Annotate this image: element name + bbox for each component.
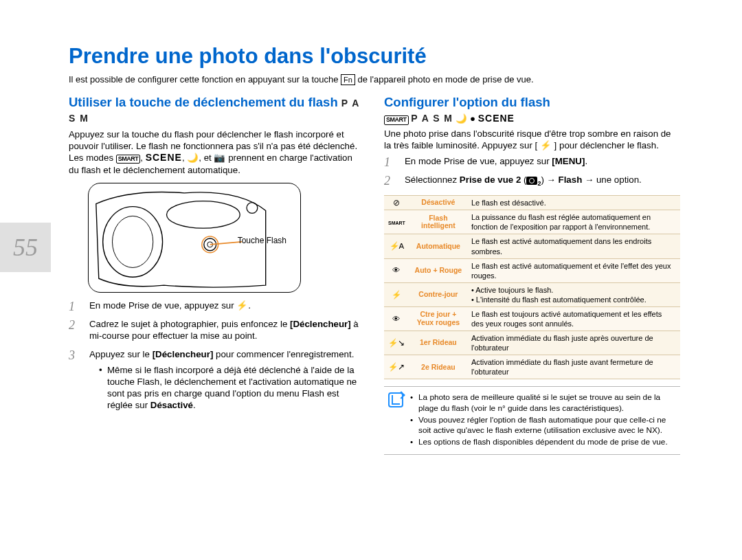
scene-label: SCENE [146, 152, 182, 163]
page-title: Prendre une photo dans l'obscurité [69, 43, 680, 70]
flash-options-table: ⊘DésactivéLe flash est désactivé.SMARTFl… [384, 195, 680, 380]
option-desc: Le flash est activé automatiquement dans… [467, 234, 680, 258]
left-step-1: En mode Prise de vue, appuyez sur ⚡. [87, 300, 365, 311]
table-row: ⚡Contre-jour• Active toujours le flash.•… [384, 282, 680, 306]
right-heading: Configurer l'option du flash [384, 95, 680, 110]
option-icon: ⚡ [384, 282, 409, 306]
left-heading-text: Utiliser la touche de déclenchement du f… [69, 95, 341, 109]
right-scene: SCENE [478, 113, 515, 124]
right-steps: En mode Prise de vue, appuyez sur [MENU]… [402, 155, 680, 188]
note-item: La photo sera de meilleure qualité si le… [410, 392, 676, 413]
right-mode-line: SMART P A S M 🌙 ● SCENE [384, 113, 680, 125]
option-icon: ⚡↘ [384, 331, 409, 355]
table-row: ⚡↗2e RideauActivation immédiate du flash… [384, 355, 680, 379]
left-para: Appuyez sur la touche du flash pour décl… [69, 128, 365, 176]
option-name: Flash intelligent [409, 210, 467, 234]
rs2c: ( [521, 175, 526, 185]
left-step-3-sub: Même si le flash incorporé a déjà été dé… [99, 364, 365, 411]
fn-key: Fn [341, 74, 355, 85]
table-row: 👁Ctre jour + Yeux rougesLe flash est tou… [384, 306, 680, 331]
option-icon: SMART [384, 210, 409, 234]
option-icon: ⊘ [384, 195, 409, 210]
note-item: Les options de flash disponibles dépende… [410, 437, 676, 447]
intro-a: Il est possible de configurer cette fonc… [69, 74, 341, 85]
note-item: Vous pouvez régler l'option de flash aut… [410, 415, 676, 436]
table-row: 👁Auto + RougeLe flash est activé automat… [384, 258, 680, 282]
option-icon: 👁 [384, 258, 409, 282]
camera-diagram: Touche Flash [88, 183, 301, 293]
night-icon: 🌙 [456, 113, 467, 124]
option-name: Ctre jour + Yeux rouges [409, 306, 467, 331]
option-name: Auto + Rouge [409, 258, 467, 282]
rs2d: ) → [541, 175, 558, 185]
table-row: ⚡AAutomatiqueLe flash est activé automat… [384, 234, 680, 258]
lp-b: , [140, 153, 145, 163]
ls1-text: En mode Prise de vue, appuyez sur ⚡. [89, 300, 251, 311]
option-desc: Le flash est désactivé. [467, 195, 680, 210]
option-name: Contre-jour [409, 282, 467, 306]
intro-text: Il est possible de configurer cette fonc… [69, 74, 680, 86]
option-desc: Activation immédiate du flash juste aprè… [467, 331, 680, 355]
table-row: SMARTFlash intelligentLa puissance du fl… [384, 210, 680, 234]
note-box: La photo sera de meilleure qualité si le… [384, 386, 680, 454]
option-desc: Le flash est toujours activé automatique… [467, 306, 680, 331]
left-steps: En mode Prise de vue, appuyez sur ⚡. Cad… [87, 300, 365, 411]
diagram-label: Touche Flash [238, 236, 286, 246]
option-desc: Activation immédiate du flash juste avan… [467, 355, 680, 379]
smart-icon: SMART [116, 155, 141, 164]
left-step-3: Appuyez sur le [Déclencheur] pour commen… [87, 348, 365, 411]
option-desc: Le flash est activé automatiquement et é… [467, 258, 680, 282]
left-heading: Utiliser la touche de déclenchement du f… [69, 95, 365, 125]
option-icon: ⚡A [384, 234, 409, 258]
svg-point-1 [113, 216, 153, 267]
left-column: Utiliser la touche de déclenchement du f… [69, 95, 365, 455]
option-name: 1er Rideau [409, 331, 467, 355]
smart-icon: SMART [384, 115, 409, 125]
option-name: Automatique [409, 234, 467, 258]
notes-list: La photo sera de meilleure qualité si le… [410, 392, 676, 448]
intro-b: de l'appareil photo en mode de prise de … [355, 74, 534, 85]
right-pasm: P A S M [411, 113, 453, 124]
camera-chip-icon [526, 177, 537, 185]
right-step-2: Sélectionnez Prise de vue 2 (2) → Flash … [402, 174, 680, 188]
left-step-2: Cadrez le sujet à photographier, puis en… [87, 318, 365, 341]
portrait-icon: ● [470, 113, 475, 124]
rs2f: → une option. [582, 175, 642, 185]
rs2a: Sélectionnez [405, 175, 460, 185]
option-icon: ⚡↗ [384, 355, 409, 379]
table-row: ⚡↘1er RideauActivation immédiate du flas… [384, 331, 680, 355]
rs2b: Prise de vue 2 [460, 175, 521, 185]
option-name: Désactivé [409, 195, 467, 210]
svg-point-5 [247, 202, 258, 213]
right-para: Une photo prise dans l'obscurité risque … [384, 128, 680, 151]
option-name: 2e Rideau [409, 355, 467, 379]
svg-point-2 [167, 201, 240, 228]
option-desc: La puissance du flash est réglée automat… [467, 210, 680, 234]
option-icon: 👁 [384, 306, 409, 331]
rs2e: Flash [559, 175, 583, 185]
right-step-1: En mode Prise de vue, appuyez sur [MENU]… [402, 155, 680, 167]
option-desc: • Active toujours le flash.• L'intensité… [467, 282, 680, 306]
note-icon [388, 392, 403, 407]
table-row: ⊘DésactivéLe flash est désactivé. [384, 195, 680, 210]
svg-point-0 [103, 206, 163, 277]
right-column: Configurer l'option du flash SMART P A S… [384, 95, 680, 455]
page-number: 55 [0, 223, 51, 272]
